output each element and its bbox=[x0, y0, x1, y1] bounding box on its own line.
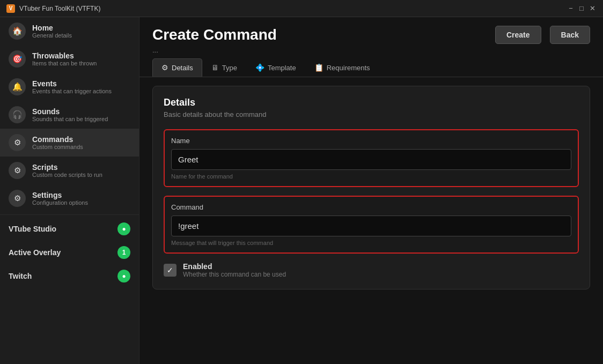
tab-requirements[interactable]: 📋 Requirements bbox=[305, 58, 379, 77]
details-card: Details Basic details about the command … bbox=[152, 86, 590, 289]
home-icon: 🏠 bbox=[9, 23, 26, 40]
tab-details-label: Details bbox=[172, 64, 193, 72]
enabled-sublabel: Whether this command can be used bbox=[183, 271, 286, 278]
page-title: Create Command bbox=[152, 26, 487, 43]
sidebar-commands-sublabel: Custom commands bbox=[32, 144, 83, 150]
app-title: VTuber Fun ToolKit (VTFTK) bbox=[19, 5, 562, 12]
twitch-badge: ● bbox=[117, 270, 130, 283]
sidebar-divider bbox=[0, 214, 139, 215]
tab-template-label: Template bbox=[268, 64, 296, 72]
back-button[interactable]: Back bbox=[550, 26, 590, 44]
command-input[interactable] bbox=[171, 216, 571, 236]
sidebar-events-label: Events bbox=[32, 79, 112, 88]
tab-requirements-label: Requirements bbox=[327, 64, 370, 72]
sidebar-settings-sublabel: Configuration options bbox=[32, 199, 88, 206]
close-button[interactable]: ✕ bbox=[588, 4, 597, 13]
app-icon: V bbox=[6, 4, 15, 13]
enabled-label: Enabled bbox=[183, 262, 286, 271]
tab-bar: ⚙ Details 🖥 Type 💠 Template 📋 Requiremen… bbox=[139, 54, 603, 77]
content-main: Details Basic details about the command … bbox=[139, 77, 603, 364]
sidebar-home-label: Home bbox=[32, 24, 72, 32]
type-tab-icon: 🖥 bbox=[211, 63, 219, 72]
tab-type[interactable]: 🖥 Type bbox=[202, 58, 246, 77]
sidebar-scripts-label: Scripts bbox=[32, 163, 102, 172]
enabled-checkbox[interactable]: ✓ bbox=[164, 264, 177, 277]
content-header: Create Command Create Back bbox=[139, 17, 603, 44]
tab-details[interactable]: ⚙ Details bbox=[152, 58, 202, 77]
enabled-row: ✓ Enabled Whether this command can be us… bbox=[164, 262, 579, 278]
vtube-studio-label: VTube Studio bbox=[9, 225, 56, 233]
breadcrumb: ... bbox=[139, 44, 603, 54]
sidebar-throwables-sublabel: Items that can be thrown bbox=[32, 60, 97, 66]
tab-template[interactable]: 💠 Template bbox=[246, 58, 305, 77]
throwables-icon: 🎯 bbox=[9, 50, 26, 68]
sidebar-events-sublabel: Events that can trigger actions bbox=[32, 88, 112, 94]
events-icon: 🔔 bbox=[9, 78, 26, 95]
minimize-button[interactable]: − bbox=[567, 4, 575, 13]
sidebar-item-throwables[interactable]: 🎯 Throwables Items that can be thrown bbox=[0, 45, 139, 73]
sidebar-sounds-sublabel: Sounds that can be triggered bbox=[32, 116, 108, 122]
name-label: Name bbox=[171, 137, 571, 145]
name-field-group: Name Name for the command bbox=[164, 129, 579, 187]
requirements-tab-icon: 📋 bbox=[314, 63, 323, 72]
active-overlay-badge: 1 bbox=[117, 246, 130, 259]
command-field-group: Command Message that will trigger this c… bbox=[164, 196, 579, 254]
details-tab-icon: ⚙ bbox=[161, 63, 168, 72]
commands-icon: ⚙ bbox=[9, 134, 26, 151]
sounds-icon: 🎧 bbox=[9, 106, 26, 123]
sidebar-sounds-label: Sounds bbox=[32, 107, 108, 116]
sidebar-item-home[interactable]: 🏠 Home General details bbox=[0, 17, 139, 45]
sidebar-item-commands[interactable]: ⚙ Commands Custom commands bbox=[0, 129, 139, 157]
details-card-subtitle: Basic details about the command bbox=[164, 110, 579, 118]
details-card-title: Details bbox=[164, 97, 579, 108]
sidebar-scripts-sublabel: Custom code scripts to run bbox=[32, 172, 102, 178]
sidebar-throwables-label: Throwables bbox=[32, 51, 97, 60]
name-hint: Name for the command bbox=[171, 173, 571, 180]
settings-icon: ⚙ bbox=[9, 190, 26, 207]
window-controls: − □ ✕ bbox=[567, 4, 597, 13]
name-input[interactable] bbox=[171, 149, 571, 170]
command-hint: Message that will trigger this command bbox=[171, 240, 571, 246]
active-overlay-label: Active Overlay bbox=[9, 248, 61, 257]
vtube-studio-badge: ● bbox=[117, 222, 130, 235]
maximize-button[interactable]: □ bbox=[577, 4, 586, 13]
sidebar-settings-label: Settings bbox=[32, 191, 88, 199]
twitch-label: Twitch bbox=[9, 272, 32, 280]
sidebar-item-sounds[interactable]: 🎧 Sounds Sounds that can be triggered bbox=[0, 101, 139, 129]
sidebar-item-events[interactable]: 🔔 Events Events that can trigger actions bbox=[0, 73, 139, 101]
template-tab-icon: 💠 bbox=[255, 63, 264, 72]
sidebar-item-twitch[interactable]: Twitch ● bbox=[0, 264, 139, 288]
sidebar-item-settings[interactable]: ⚙ Settings Configuration options bbox=[0, 184, 139, 212]
sidebar-commands-label: Commands bbox=[32, 135, 83, 144]
scripts-icon: ⚙ bbox=[9, 162, 26, 179]
sidebar: 🏠 Home General details 🎯 Throwables Item… bbox=[0, 17, 139, 364]
command-label: Command bbox=[171, 203, 571, 211]
titlebar: V VTuber Fun ToolKit (VTFTK) − □ ✕ bbox=[0, 0, 603, 17]
sidebar-home-sublabel: General details bbox=[32, 32, 72, 39]
tab-type-label: Type bbox=[222, 64, 237, 72]
create-button[interactable]: Create bbox=[495, 26, 541, 44]
content-area: Create Command Create Back ... ⚙ Details… bbox=[139, 17, 603, 364]
sidebar-item-scripts[interactable]: ⚙ Scripts Custom code scripts to run bbox=[0, 157, 139, 184]
sidebar-item-vtube-studio[interactable]: VTube Studio ● bbox=[0, 217, 139, 241]
sidebar-item-active-overlay[interactable]: Active Overlay 1 bbox=[0, 241, 139, 264]
